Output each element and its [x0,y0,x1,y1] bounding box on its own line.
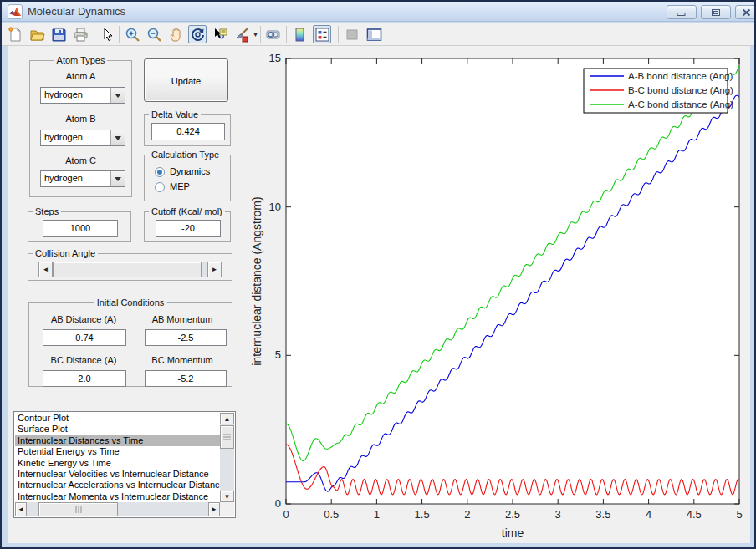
atom-a-label: Atom A [30,71,131,81]
atom-a-dropdown-arrow-icon[interactable] [110,88,125,103]
open-file-icon[interactable] [28,25,46,43]
scroll-up-arrow-icon[interactable]: ▲ [220,413,234,424]
radio-dynamics[interactable]: Dynamics [155,166,225,178]
page-title: Molecular Dynamics [28,5,125,18]
scroll-left-arrow-icon[interactable]: ◄ [15,502,27,516]
delta-value-panel: Delta Value 0.424 [144,114,231,146]
plot-type-listbox[interactable]: Contour PlotSurface PlotInternuclear Dis… [13,411,236,518]
brush-data-icon[interactable] [232,25,251,43]
atom-a-dropdown[interactable]: hydrogen [40,87,125,104]
insert-legend-icon[interactable] [313,25,331,43]
brush-dropdown-caret[interactable]: ▼ [253,32,258,38]
zoom-in-icon[interactable] [123,25,141,43]
atom-c-value: hydrogen [44,173,83,183]
list-item[interactable]: Internuclear Velocities vs Internuclear … [15,469,220,480]
edit-plot-icon[interactable] [97,25,115,43]
list-item[interactable]: Internuclear Momenta vs Internuclear Dis… [15,491,220,502]
list-item[interactable]: Internuclear Distances vs Time [15,435,220,446]
ab-momentum-label: AB Momentum [140,314,225,324]
steps-panel: Steps 1000 [28,211,131,242]
collision-angle-title: Collision Angle [33,248,98,258]
show-plot-tools-icon[interactable] [365,25,383,43]
initial-conditions-panel: Initial Conditions AB Distance (A) AB Mo… [28,302,232,387]
ab-distance-label: AB Distance (A) [38,314,130,324]
list-vertical-scrollbar[interactable]: ▲ ▼ [220,413,234,502]
bc-momentum-label: BC Momentum [140,355,225,365]
steps-field[interactable]: 1000 [43,220,118,237]
figure-canvas: Atom Types Atom A hydrogen Atom B hydrog… [8,46,750,543]
atom-types-title: Atom Types [54,55,108,65]
calculation-type-title: Calculation Type [149,150,222,160]
initial-conditions-title: Initial Conditions [94,297,167,308]
radio-dynamics-icon[interactable] [155,167,165,177]
cutoff-title: Cutoff (Kcal/ mol) [149,206,225,216]
vertical-scroll-thumb[interactable] [220,425,234,449]
horizontal-scroll-thumb[interactable] [38,502,118,516]
matlab-app-icon [8,4,23,19]
atom-c-dropdown[interactable]: hydrogen [40,170,125,187]
radio-mep-label: MEP [170,181,190,191]
scrollbar-corner [220,502,234,516]
list-item[interactable]: Contour Plot [15,413,220,424]
app-window: Molecular Dynamics [0,0,756,549]
minimize-button[interactable] [667,5,697,19]
bc-distance-field[interactable]: 2.0 [43,370,126,387]
title-bar[interactable]: Molecular Dynamics [2,2,754,22]
radio-mep[interactable]: MEP [155,181,225,193]
atom-b-value: hydrogen [44,132,83,142]
atom-b-label: Atom B [30,114,131,124]
list-item[interactable]: Kinetic Energy vs Time [15,458,220,469]
atom-b-dropdown[interactable]: hydrogen [40,130,125,146]
list-horizontal-scrollbar[interactable]: ◄ ► [15,502,220,516]
slider-thumb[interactable] [53,262,202,277]
ab-momentum-field[interactable]: -2.5 [145,329,227,346]
radio-dynamics-label: Dynamics [170,166,210,176]
scroll-down-arrow-icon[interactable]: ▼ [220,491,234,502]
cutoff-field[interactable]: -20 [156,220,221,237]
collision-angle-slider[interactable]: ◄ ► [38,262,222,277]
atom-types-panel: Atom Types Atom A hydrogen Atom B hydrog… [29,60,132,197]
new-figure-icon[interactable] [6,25,24,43]
rotate-3d-icon[interactable] [188,25,207,43]
data-cursor-icon[interactable] [211,25,229,43]
atom-c-label: Atom C [30,155,131,165]
update-button[interactable]: Update [144,58,228,102]
list-item[interactable]: Internuclear Accelerations vs Internucle… [15,480,220,491]
calculation-type-panel: Calculation Type Dynamics MEP [144,155,231,201]
slider-right-arrow-icon[interactable]: ► [207,262,222,277]
close-button[interactable] [735,5,756,19]
plot-type-list: Contour PlotSurface PlotInternuclear Dis… [15,413,220,502]
bc-distance-label: BC Distance (A) [38,355,130,365]
delta-value-field[interactable]: 0.424 [151,123,225,140]
list-item[interactable]: Potential Energy vs Time [15,446,220,457]
cutoff-panel: Cutoff (Kcal/ mol) -20 [144,211,231,242]
scroll-right-arrow-icon[interactable]: ► [208,502,220,516]
atom-c-dropdown-arrow-icon[interactable] [110,171,125,186]
steps-title: Steps [33,206,61,216]
save-icon[interactable] [49,25,68,43]
atom-a-value: hydrogen [44,89,83,99]
radio-mep-icon[interactable] [155,182,165,192]
atom-b-dropdown-arrow-icon[interactable] [110,130,125,145]
figure-toolbar: ▼ [2,23,754,46]
hide-plot-tools-icon[interactable] [343,25,361,43]
collision-angle-panel: Collision Angle ◄ ► [28,253,232,281]
print-icon[interactable] [71,25,89,43]
bc-momentum-field[interactable]: -5.2 [145,370,227,387]
zoom-out-icon[interactable] [145,25,163,43]
insert-colorbar-icon[interactable] [290,25,309,43]
slider-left-arrow-icon[interactable]: ◄ [38,262,53,277]
ab-distance-field[interactable]: 0.74 [43,329,126,346]
restore-button[interactable] [701,5,731,19]
delta-value-title: Delta Value [149,109,201,119]
link-plot-icon[interactable] [263,25,282,43]
list-item[interactable]: Surface Plot [15,424,220,435]
pan-icon[interactable] [166,25,185,43]
